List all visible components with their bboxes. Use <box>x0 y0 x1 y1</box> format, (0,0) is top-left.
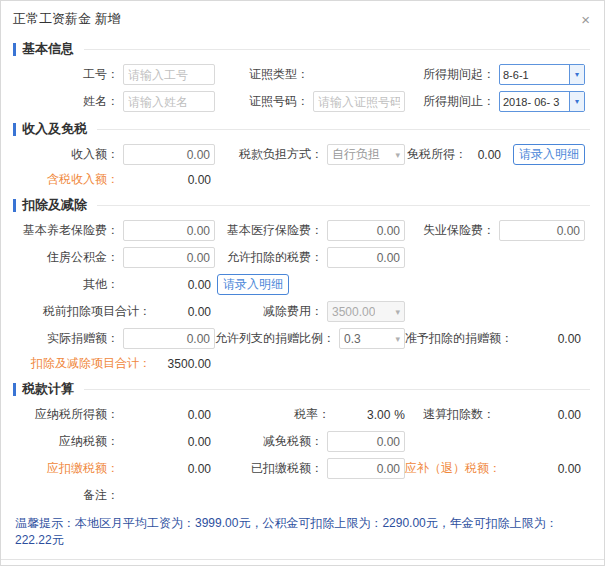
section-accent-bar <box>13 43 16 56</box>
cert-number-cell: 证照号码： <box>215 91 405 112</box>
tax-free-value: 0.00 <box>471 148 505 162</box>
taxed-income-value: 0.00 <box>123 173 215 187</box>
withheld-tax-label: 已扣缴税额： <box>251 460 327 477</box>
form-row: 其他： 0.00 请录入明细 <box>1 271 604 298</box>
tax-rate-value: 3.00 <box>334 408 394 422</box>
period-start-cell: 所得期间起： 8-6-1 ▾ <box>405 64 585 85</box>
donation-input[interactable] <box>123 328 215 349</box>
housing-fund-cell: 住房公积金： <box>25 247 215 268</box>
allowed-tax-input[interactable] <box>327 247 405 268</box>
period-end-select[interactable]: 2018- 06- 3 ▾ <box>499 91 585 112</box>
chevron-down-icon: ▾ <box>395 307 400 317</box>
other-detail-cell: 请录入明细 <box>215 274 405 295</box>
form-row: 住房公积金： 允许扣除的税费： <box>1 244 604 271</box>
pension-input[interactable] <box>123 220 215 241</box>
tax-payable-value: 0.00 <box>123 435 215 449</box>
tax-reduction-label: 减免税额： <box>263 433 327 450</box>
refund-tax-label: 应补（退）税额： <box>405 460 505 477</box>
other-detail-button[interactable]: 请录入明细 <box>217 274 289 295</box>
tax-burden-cell: 税款负担方式： 自行负担 ▾ <box>215 144 405 165</box>
close-icon[interactable]: × <box>579 12 592 27</box>
donation-ratio-value: 0.3 <box>344 332 361 346</box>
pension-label: 基本养老保险费： <box>23 222 123 239</box>
unemployment-cell: 失业保险费： <box>405 220 585 241</box>
expense-deduction-value: 3500.00 <box>332 305 375 319</box>
section-accent-bar <box>13 199 16 212</box>
taxed-income-label: 含税收入额： <box>47 171 123 188</box>
withholding-tax-value: 0.00 <box>123 462 215 476</box>
tax-payable-cell: 应纳税额： 0.00 <box>25 433 215 450</box>
chevron-down-icon: ▾ <box>395 334 400 344</box>
quick-deduction-cell: 速算扣除数： 0.00 <box>405 406 585 423</box>
refund-tax-value: 0.00 <box>505 462 585 476</box>
form-row: 税前扣除项目合计： 0.00 减除费用： 3500.00 ▾ <box>1 298 604 325</box>
housing-fund-label: 住房公积金： <box>47 249 123 266</box>
form-row: 实际捐赠额： 允许列支的捐赠比例： 0.3 ▾ 准予扣除的捐赠额： 0.00 <box>1 325 604 352</box>
period-start-value: 8-6-1 <box>500 65 569 84</box>
other-deduction-cell: 其他： 0.00 <box>25 276 215 293</box>
salary-add-dialog: 正常工资薪金 新增 × 基本信息 工号： 证照类型： 所得期间起： 8-6-1 … <box>0 0 605 566</box>
tax-free-detail-button[interactable]: 请录入明细 <box>513 144 585 165</box>
allowed-donation-label: 准予扣除的捐赠额： <box>405 330 517 347</box>
form-row: 扣除及减除项目合计： 3500.00 <box>1 352 604 375</box>
taxable-income-value: 0.00 <box>123 408 215 422</box>
name-cell: 姓名： <box>25 91 215 112</box>
tip-text: 温馨提示：本地区月平均工资为：3999.00元，公积金可扣除上限为：2290.0… <box>1 509 604 559</box>
form-row: 应扣缴税额： 0.00 已扣缴税额： 应补（退）税额： 0.00 <box>1 455 604 482</box>
housing-fund-input[interactable] <box>123 247 215 268</box>
remark-cell: 备注： <box>25 487 215 504</box>
income-amount-input[interactable] <box>123 144 215 165</box>
cert-number-input[interactable] <box>313 91 405 112</box>
allowed-tax-cell: 允许扣除的税费： <box>215 247 405 268</box>
job-number-label: 工号： <box>83 66 123 83</box>
pension-cell: 基本养老保险费： <box>25 220 215 241</box>
chevron-down-icon[interactable]: ▾ <box>569 65 584 84</box>
tax-burden-select[interactable]: 自行负担 ▾ <box>327 144 405 165</box>
tax-payable-label: 应纳税额： <box>59 433 123 450</box>
quick-deduction-label: 速算扣除数： <box>423 406 499 423</box>
form-row: 基本养老保险费： 基本医疗保险费： 失业保险费： <box>1 217 604 244</box>
cert-type-cell: 证照类型： <box>215 66 405 83</box>
allowed-donation-cell: 准予扣除的捐赠额： 0.00 <box>405 330 585 347</box>
period-start-select[interactable]: 8-6-1 ▾ <box>499 64 585 85</box>
deduction-total-value: 3500.00 <box>155 357 215 371</box>
section-basic-header: 基本信息 <box>13 40 590 58</box>
form-row: 备注： <box>1 482 604 509</box>
expense-deduction-label: 减除费用： <box>263 303 327 320</box>
quick-deduction-value: 0.00 <box>499 408 585 422</box>
section-tax-title: 税款计算 <box>22 380 74 398</box>
tax-free-label: 免税所得： <box>407 146 471 163</box>
form-row: 含税收入额： 0.00 <box>1 168 604 191</box>
form-row: 应纳税所得额： 0.00 税率： 3.00 % 速算扣除数： 0.00 <box>1 401 604 428</box>
allowed-donation-value: 0.00 <box>517 332 585 346</box>
name-input[interactable] <box>123 91 215 112</box>
taxable-income-label: 应纳税所得额： <box>35 406 123 423</box>
section-basic-title: 基本信息 <box>22 40 74 58</box>
withheld-tax-input[interactable] <box>327 458 405 479</box>
job-number-cell: 工号： <box>25 64 215 85</box>
cert-number-label: 证照号码： <box>249 93 313 110</box>
other-deduction-label: 其他： <box>83 276 123 293</box>
section-income-title: 收入及免税 <box>22 120 87 138</box>
dialog-title: 正常工资薪金 新增 <box>13 10 121 28</box>
unemployment-label: 失业保险费： <box>423 222 499 239</box>
job-number-input[interactable] <box>123 64 215 85</box>
unemployment-input[interactable] <box>499 220 585 241</box>
pre-tax-total-label: 税前扣除项目合计： <box>43 303 155 320</box>
tax-burden-label: 税款负担方式： <box>239 146 327 163</box>
section-tax-header: 税款计算 <box>13 380 590 398</box>
deduction-total-cell: 扣除及减除项目合计： 3500.00 <box>25 355 215 372</box>
withheld-tax-cell: 已扣缴税额： <box>215 458 405 479</box>
donation-ratio-select[interactable]: 0.3 ▾ <box>339 328 405 349</box>
taxable-income-cell: 应纳税所得额： 0.00 <box>25 406 215 423</box>
period-end-cell: 所得期间止： 2018- 06- 3 ▾ <box>405 91 585 112</box>
chevron-down-icon[interactable]: ▾ <box>569 92 584 111</box>
form-row: 收入额： 税款负担方式： 自行负担 ▾ 免税所得： 0.00 请录入明细 <box>1 141 604 168</box>
period-end-label: 所得期间止： <box>423 93 499 110</box>
tax-burden-value: 自行负担 <box>332 146 380 163</box>
name-label: 姓名： <box>83 93 123 110</box>
allowed-tax-label: 允许扣除的税费： <box>227 249 327 266</box>
tax-reduction-input[interactable] <box>327 431 405 452</box>
medical-input[interactable] <box>327 220 405 241</box>
pre-tax-total-value: 0.00 <box>155 305 215 319</box>
